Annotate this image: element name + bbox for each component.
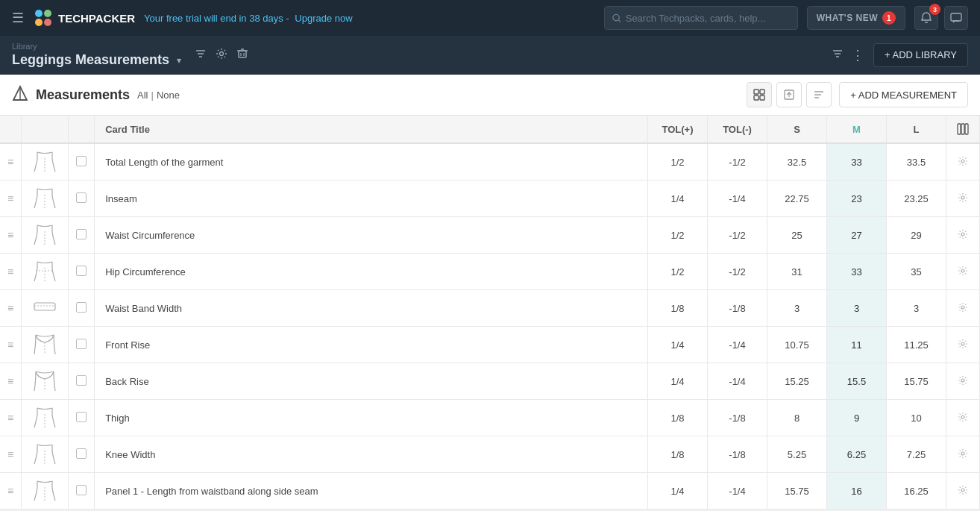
checkbox-cell[interactable] [69,400,95,436]
row-settings-cell[interactable] [946,436,980,473]
search-bar[interactable] [604,6,798,30]
sketch-thumbnail[interactable] [29,442,60,466]
row-checkbox[interactable] [76,448,87,459]
library-dropdown-icon[interactable]: ▾ [177,55,181,66]
sketch-cell[interactable] [22,254,69,290]
delete-icon[interactable] [236,48,248,63]
svg-point-48 [961,379,964,382]
drag-handle-icon[interactable]: ≡ [7,375,13,387]
checkbox-cell[interactable] [69,327,95,363]
drag-handle-icon[interactable]: ≡ [7,302,13,314]
drag-handle-icon[interactable]: ≡ [7,448,13,460]
size-s-cell: 8 [767,400,827,436]
svg-point-10 [220,51,224,55]
add-measurement-button[interactable]: + ADD MEASUREMENT [839,82,968,107]
row-settings-cell[interactable] [946,181,980,217]
drag-handle-icon[interactable]: ≡ [7,339,13,351]
messages-button[interactable] [944,6,968,30]
sketch-cell[interactable] [22,436,69,473]
row-settings-icon[interactable] [958,449,968,461]
library-title: Leggings Measurements [12,52,169,68]
row-checkbox[interactable] [76,156,87,166]
row-settings-cell[interactable] [946,143,980,181]
checkbox-cell[interactable] [69,254,95,290]
sketch-cell[interactable] [22,217,69,254]
row-settings-cell[interactable] [946,363,980,400]
whats-new-button[interactable]: WHAT'S NEW 1 [807,6,905,30]
row-checkbox[interactable] [76,375,87,386]
drag-handle-icon[interactable]: ≡ [7,156,13,168]
drag-handle-icon[interactable]: ≡ [7,412,13,424]
row-settings-icon[interactable] [958,303,968,315]
row-settings-icon[interactable] [958,157,968,169]
filter-icon[interactable] [832,48,844,63]
sort-button[interactable] [806,82,832,107]
export-button[interactable] [776,82,802,107]
row-settings-cell[interactable] [946,217,980,254]
row-settings-cell[interactable] [946,290,980,327]
row-settings-icon[interactable] [958,413,968,424]
checkbox-cell[interactable] [69,143,95,181]
drag-handle-icon[interactable]: ≡ [7,229,13,241]
checkbox-cell[interactable] [69,217,95,254]
checkbox-cell[interactable] [69,436,95,473]
sketch-cell[interactable] [22,181,69,217]
row-checkbox[interactable] [76,302,87,313]
sketch-cell[interactable] [22,290,69,327]
sketch-thumbnail[interactable] [29,479,60,503]
notifications-badge: 3 [929,4,940,15]
row-checkbox[interactable] [76,485,87,495]
filter-none-link[interactable]: None [157,90,180,101]
filter-sort-icon[interactable] [195,48,207,63]
sketch-thumbnail[interactable] [29,369,60,393]
settings-gear-icon[interactable] [216,48,227,63]
row-settings-cell[interactable] [946,400,980,436]
sketch-thumbnail[interactable] [29,150,60,174]
size-m-cell: 23 [827,181,887,217]
sketch-cell[interactable] [22,143,69,181]
row-checkbox[interactable] [76,412,87,422]
row-checkbox[interactable] [76,229,87,239]
upgrade-link[interactable]: Upgrade now [295,13,352,24]
filter-all-link[interactable]: All [137,90,148,101]
sketch-thumbnail[interactable] [29,223,60,247]
sketch-thumbnail[interactable] [29,296,60,320]
checkbox-cell[interactable] [69,290,95,327]
add-library-button[interactable]: + ADD LIBRARY [873,43,968,67]
grid-view-button[interactable] [747,82,772,107]
sketch-thumbnail[interactable] [29,333,60,357]
drag-handle-icon[interactable]: ≡ [7,266,13,278]
row-settings-icon[interactable] [958,266,968,278]
sketch-cell[interactable] [22,327,69,363]
row-settings-icon[interactable] [958,339,968,351]
row-settings-cell[interactable] [946,473,980,510]
checkbox-cell[interactable] [69,473,95,510]
more-options-icon[interactable]: ⋮ [851,47,866,63]
search-input[interactable] [626,13,790,24]
checkbox-cell[interactable] [69,363,95,400]
sketch-thumbnail[interactable] [29,260,60,283]
row-settings-icon[interactable] [958,486,968,498]
filter-separator: | [151,90,154,101]
hamburger-menu-icon[interactable]: ☰ [12,10,24,26]
sketch-thumbnail[interactable] [29,406,60,430]
tol-minus-cell: -1/4 [708,363,767,400]
notifications-button[interactable]: 3 [914,6,938,30]
drag-handle-icon[interactable]: ≡ [7,485,13,497]
row-settings-icon[interactable] [958,193,968,205]
size-m-cell: 33 [827,143,887,181]
row-settings-cell[interactable] [946,327,980,363]
sketch-cell[interactable] [22,363,69,400]
row-checkbox[interactable] [76,266,87,276]
row-checkbox[interactable] [76,192,87,203]
sketch-thumbnail[interactable] [29,186,60,210]
drag-handle-icon[interactable]: ≡ [7,192,13,204]
row-checkbox[interactable] [76,339,87,349]
row-settings-cell[interactable] [946,254,980,290]
row-settings-icon[interactable] [958,230,968,242]
sketch-cell[interactable] [22,400,69,436]
sketch-cell[interactable] [22,473,69,510]
top-navigation: ☰ TECHPACKER Your free trial will end in… [0,0,980,36]
checkbox-cell[interactable] [69,181,95,217]
row-settings-icon[interactable] [958,376,968,388]
